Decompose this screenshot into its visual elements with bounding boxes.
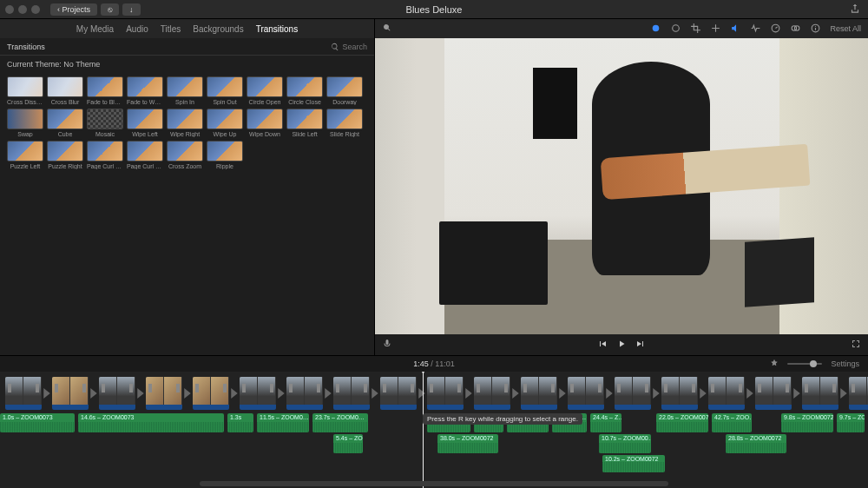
- back-projects-button[interactable]: ‹ Projects: [50, 3, 97, 16]
- transition-ripple[interactable]: Ripple: [207, 141, 243, 169]
- reset-all-button[interactable]: Reset All: [830, 24, 861, 33]
- color-balance-icon[interactable]: [650, 23, 661, 36]
- transition-page-curl-right[interactable]: Page Curl Right: [127, 141, 163, 169]
- audio-clip[interactable]: 5.4s – ZO…: [333, 434, 363, 453]
- transition-wipe-up[interactable]: Wipe Up: [207, 109, 243, 137]
- search-field[interactable]: Search: [331, 43, 367, 51]
- timeline-body[interactable]: 1.0s – ZOOM007314.6s – ZOOM00731.3s11.5s…: [0, 372, 868, 488]
- video-clip[interactable]: [755, 377, 792, 410]
- browser-tab-backgrounds[interactable]: Backgrounds: [193, 24, 243, 34]
- video-clip[interactable]: [52, 377, 89, 410]
- transition-slot[interactable]: [653, 377, 660, 410]
- stabilize-icon[interactable]: [710, 23, 721, 36]
- transition-slot[interactable]: [278, 377, 285, 410]
- noise-reduce-icon[interactable]: [750, 23, 761, 36]
- transition-slot[interactable]: [325, 377, 332, 410]
- crop-icon[interactable]: [690, 23, 701, 36]
- clip-filter-icon[interactable]: [790, 23, 801, 36]
- horizontal-scrollbar[interactable]: [200, 481, 668, 486]
- transition-slot[interactable]: [606, 377, 613, 410]
- transition-wipe-right[interactable]: Wipe Right: [167, 109, 203, 137]
- transition-slot[interactable]: [746, 377, 753, 410]
- transition-wipe-down[interactable]: Wipe Down: [247, 109, 283, 137]
- playhead[interactable]: [423, 372, 424, 488]
- transition-slot[interactable]: [137, 377, 144, 410]
- color-correct-icon[interactable]: [670, 23, 681, 36]
- video-clip[interactable]: [99, 377, 135, 410]
- fullscreen-icon[interactable]: [851, 339, 861, 351]
- transition-swap[interactable]: Swap: [7, 109, 43, 137]
- audio-clip[interactable]: 11.5s – ZOOM0…: [257, 413, 309, 432]
- browser-tab-audio[interactable]: Audio: [126, 24, 148, 34]
- video-clip[interactable]: [193, 377, 229, 410]
- transition-fade-to-black[interactable]: Fade to Black: [87, 76, 123, 105]
- audio-clip[interactable]: 10.7s – ZOOM00…: [599, 434, 651, 453]
- video-clip[interactable]: [427, 377, 464, 410]
- traffic-min[interactable]: [18, 5, 27, 14]
- info-icon[interactable]: [810, 23, 821, 36]
- transition-slot[interactable]: [465, 377, 472, 410]
- video-clip[interactable]: [615, 377, 651, 410]
- video-clip[interactable]: [568, 377, 604, 410]
- transition-puzzle-right[interactable]: Puzzle Right: [47, 141, 83, 169]
- browser-tab-transitions[interactable]: Transitions: [256, 24, 299, 34]
- video-clip[interactable]: [146, 377, 182, 410]
- transition-slot[interactable]: [559, 377, 566, 410]
- video-clip[interactable]: [661, 377, 698, 410]
- transition-slot[interactable]: [184, 377, 191, 410]
- transition-slot[interactable]: [43, 377, 50, 410]
- audio-clip[interactable]: 1.0s – ZOOM0073: [0, 413, 75, 432]
- audio-clip[interactable]: 42.7s – ZOO…: [712, 413, 752, 432]
- video-clip[interactable]: [333, 377, 370, 410]
- transition-slot[interactable]: [512, 377, 519, 410]
- video-clip[interactable]: [521, 377, 557, 410]
- transition-cross-blur[interactable]: Cross Blur: [47, 76, 83, 105]
- transition-slide-right[interactable]: Slide Right: [326, 109, 363, 137]
- video-clip[interactable]: [286, 377, 323, 410]
- audio-clip[interactable]: 1.3s: [227, 413, 253, 432]
- snapping-icon[interactable]: [770, 359, 779, 369]
- transition-slot[interactable]: [372, 377, 378, 410]
- prev-icon[interactable]: [597, 339, 608, 351]
- transition-slot[interactable]: [700, 377, 707, 410]
- transition-cross-zoom[interactable]: Cross Zoom: [167, 141, 203, 169]
- transition-spin-out[interactable]: Spin Out: [207, 76, 243, 105]
- video-clip[interactable]: [708, 377, 745, 410]
- speed-icon[interactable]: [770, 23, 781, 36]
- zoom-slider[interactable]: [787, 363, 822, 365]
- audio-clip[interactable]: 23.7s – ZOOM0…: [312, 413, 368, 432]
- video-clip[interactable]: [474, 377, 510, 410]
- transition-cross-dissolve[interactable]: Cross Dissolve: [7, 76, 43, 105]
- transition-page-curl-left[interactable]: Page Curl Left: [87, 141, 123, 169]
- audio-clip[interactable]: 28.8s – ZOOM0072: [726, 434, 786, 453]
- video-clip[interactable]: [849, 377, 868, 410]
- toolbar-button-2[interactable]: ⎋: [101, 3, 119, 16]
- video-clip[interactable]: [240, 377, 276, 410]
- traffic-max[interactable]: [31, 5, 40, 14]
- browser-tab-titles[interactable]: Titles: [161, 24, 181, 34]
- audio-clip[interactable]: 14.6s – ZOOM0073: [78, 413, 224, 432]
- audio-clip[interactable]: 9.7s – ZOO…: [837, 413, 865, 432]
- transition-slot[interactable]: [840, 377, 847, 410]
- transition-cube[interactable]: Cube: [47, 109, 83, 137]
- transition-doorway[interactable]: Doorway: [326, 76, 363, 105]
- play-icon[interactable]: [616, 339, 627, 351]
- transition-slide-left[interactable]: Slide Left: [286, 109, 323, 137]
- volume-icon[interactable]: [730, 23, 741, 36]
- transition-circle-close[interactable]: Circle Close: [286, 76, 323, 105]
- video-clip[interactable]: [802, 377, 838, 410]
- next-icon[interactable]: [635, 339, 646, 351]
- transition-circle-open[interactable]: Circle Open: [247, 76, 283, 105]
- audio-clip[interactable]: 10.2s – ZOOM0072: [602, 455, 665, 472]
- audio-clip[interactable]: 9.8s – ZOOM0072: [781, 413, 833, 432]
- transition-puzzle-left[interactable]: Puzzle Left: [7, 141, 43, 169]
- audio-clip[interactable]: 38.0s – ZOOM0072: [437, 434, 498, 453]
- transition-wipe-left[interactable]: Wipe Left: [127, 109, 163, 137]
- traffic-close[interactable]: [5, 5, 14, 14]
- toolbar-button-3[interactable]: ↓: [122, 3, 141, 16]
- zoom-to-fit-icon[interactable]: [382, 23, 392, 35]
- video-clip[interactable]: [380, 377, 417, 410]
- audio-clip[interactable]: 22.0s – ZOOM0072: [656, 413, 708, 432]
- browser-tab-my-media[interactable]: My Media: [76, 24, 114, 34]
- transition-spin-in[interactable]: Spin In: [167, 76, 203, 105]
